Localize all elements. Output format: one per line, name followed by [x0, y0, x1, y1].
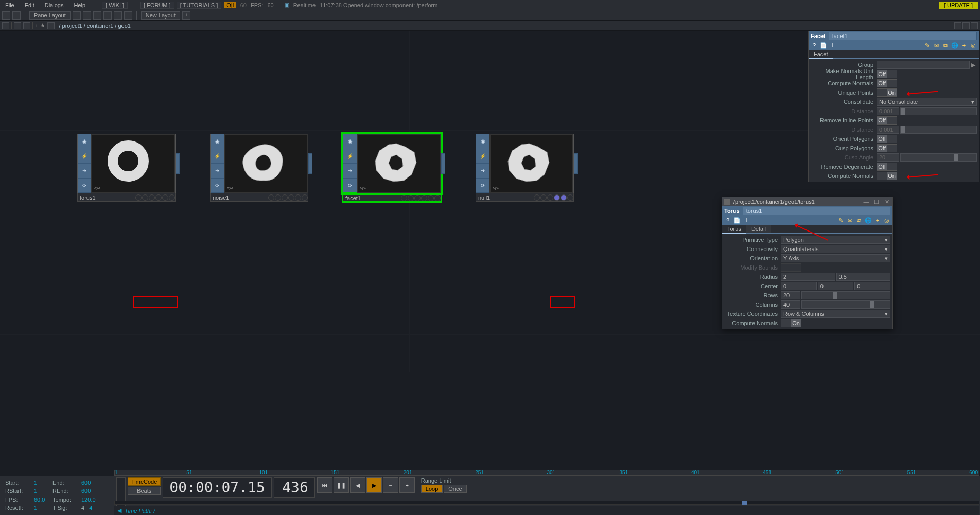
menu-dialogs[interactable]: Dialogs — [40, 2, 69, 8]
unique-points-toggle[interactable]: On — [877, 88, 897, 97]
layout-preset-3[interactable] — [93, 11, 101, 20]
edit-icon[interactable]: ✎ — [837, 217, 844, 224]
prim-type-dropdown[interactable]: Polygon▾ — [781, 236, 890, 244]
minus-button[interactable]: − — [383, 477, 398, 493]
node-arrow-icon[interactable]: ➜ — [78, 164, 91, 179]
python-icon[interactable]: 📄 — [733, 217, 741, 224]
time-path-handle[interactable]: ◀ — [117, 507, 121, 514]
columns-slider[interactable] — [801, 300, 890, 309]
once-button[interactable]: Once — [444, 485, 466, 493]
tutorials-link[interactable]: [ TUTORIALS ] — [177, 2, 222, 9]
node-lock-icon[interactable]: ⟳ — [78, 179, 91, 193]
menu-edit[interactable]: Edit — [20, 2, 40, 8]
compute-normals1-toggle[interactable]: Off — [877, 79, 897, 87]
radius-1-field[interactable]: 2 — [781, 273, 835, 281]
path-opt-2[interactable] — [962, 22, 970, 29]
copy-icon[interactable]: ⧉ — [942, 42, 949, 49]
wiki-link[interactable]: [ WIKI ] — [102, 2, 128, 9]
help-icon[interactable]: ? — [811, 42, 818, 49]
cusp-toggle[interactable]: Off — [877, 144, 897, 152]
center-x-field[interactable]: 0 — [781, 282, 817, 290]
goto-start-button[interactable]: ⏮ — [317, 477, 332, 493]
radius-2-field[interactable]: 0.5 — [836, 273, 891, 281]
play-bar[interactable] — [114, 501, 979, 505]
layout-preset-5[interactable] — [114, 11, 122, 20]
node-null1[interactable]: ◉⚡➜⟳ xyz null1 — [476, 134, 574, 202]
node-output-handle[interactable] — [308, 153, 312, 174]
update-button[interactable]: [ UPDATE ] — [939, 2, 978, 9]
menu-file[interactable]: File — [0, 2, 20, 8]
node-output-handle[interactable] — [441, 153, 445, 174]
nav-plus-icon[interactable]: + — [35, 23, 38, 29]
maximize-icon[interactable]: ☐ — [873, 199, 880, 205]
target-icon[interactable]: ◎ — [883, 217, 890, 224]
menu-help[interactable]: Help — [68, 2, 91, 8]
layout-preset-2[interactable] — [83, 11, 91, 20]
oi-toggle[interactable]: O|I — [224, 2, 236, 8]
center-z-field[interactable]: 0 — [854, 282, 890, 290]
group-picker-icon[interactable]: ▶ — [970, 62, 977, 68]
path-opt-1[interactable] — [954, 22, 961, 29]
edit-icon[interactable]: ✎ — [923, 42, 931, 49]
play-button[interactable]: ▶ — [366, 477, 382, 493]
python-icon[interactable]: 📄 — [820, 42, 827, 49]
layout-icon-1[interactable] — [2, 11, 10, 20]
pause-button[interactable]: ❚❚ — [334, 477, 349, 493]
loop-button[interactable]: Loop — [421, 485, 443, 493]
help-icon[interactable]: ? — [724, 217, 731, 224]
tab-detail[interactable]: Detail — [746, 225, 771, 233]
group-field[interactable] — [877, 61, 970, 69]
texcoord-dropdown[interactable]: Row & Columns▾ — [781, 310, 890, 318]
plus-icon[interactable]: + — [874, 217, 881, 224]
step-back-button[interactable]: ◀ — [350, 477, 365, 493]
forum-link[interactable]: [ FORUM ] — [140, 2, 174, 9]
operator-name-field[interactable]: torus1 — [743, 207, 890, 215]
new-layout-button[interactable]: New Layout — [141, 11, 180, 20]
add-layout-icon[interactable]: + — [182, 11, 190, 20]
node-torus1[interactable]: ◉ ⚡ ➜ ⟳ xyz torus1 — [77, 134, 176, 202]
orientation-dropdown[interactable]: Y Axis▾ — [781, 254, 890, 262]
node-output-handle[interactable] — [176, 153, 180, 174]
torus-compute-normals-toggle[interactable]: On — [781, 319, 801, 327]
node-bolt-icon[interactable]: ⚡ — [78, 149, 91, 164]
target-icon[interactable]: ◎ — [970, 42, 977, 49]
layout-icon-2[interactable] — [12, 11, 21, 20]
remove-inline-toggle[interactable]: Off — [877, 116, 897, 125]
layout-preset-1[interactable] — [73, 11, 81, 20]
node-facet1[interactable]: ◉⚡➜⟳ xyz facet1 — [343, 134, 441, 202]
copy-icon[interactable]: ⧉ — [855, 217, 863, 224]
tab-torus[interactable]: Torus — [722, 225, 746, 234]
node-noise1[interactable]: ◉⚡➜⟳ xyz noise1 — [210, 134, 308, 202]
timecode-button[interactable]: TimeCode — [128, 477, 161, 486]
layout-preset-6[interactable] — [124, 11, 132, 20]
make-normals-toggle[interactable]: Off — [877, 70, 897, 78]
connectivity-dropdown[interactable]: Quadrilaterals▾ — [781, 245, 890, 253]
layout-preset-4[interactable] — [103, 11, 112, 20]
plus-button[interactable]: + — [399, 477, 415, 493]
lang-icon[interactable]: 🌐 — [951, 42, 958, 49]
info-icon[interactable]: i — [743, 217, 750, 224]
comment-icon[interactable]: ✉ — [933, 42, 940, 49]
columns-field[interactable]: 40 — [781, 300, 800, 309]
comment-icon[interactable]: ✉ — [846, 217, 853, 224]
remove-degen-toggle[interactable]: Off — [877, 163, 897, 171]
node-eye-icon[interactable]: ◉ — [78, 134, 91, 149]
compute-normals2-toggle[interactable]: On — [877, 172, 897, 180]
plus-icon[interactable]: + — [960, 42, 968, 49]
nav-icon-3[interactable] — [23, 22, 30, 29]
path-opt-3[interactable] — [971, 22, 978, 29]
network-path[interactable]: / project1 / container1 / geo1 — [59, 23, 130, 29]
close-icon[interactable]: ✕ — [883, 199, 890, 205]
center-y-field[interactable]: 0 — [818, 282, 854, 290]
info-icon[interactable]: i — [829, 42, 836, 49]
nav-icon-2[interactable] — [14, 22, 21, 29]
torus-floating-window[interactable]: /project1/container1/geo1/torus1 — ☐ ✕ T… — [722, 197, 893, 329]
rows-slider[interactable] — [801, 291, 890, 299]
rows-field[interactable]: 20 — [781, 291, 800, 299]
pane-layout-button[interactable]: Pane Layout — [29, 11, 71, 20]
timeline-ruler[interactable]: 1 51 101 151 201 251 301 351 401 451 501… — [114, 470, 979, 476]
lang-icon[interactable]: 🌐 — [865, 217, 872, 224]
node-output-handle[interactable] — [574, 153, 578, 174]
minimize-icon[interactable]: — — [863, 199, 870, 205]
operator-name-field[interactable]: facet1 — [829, 32, 977, 40]
